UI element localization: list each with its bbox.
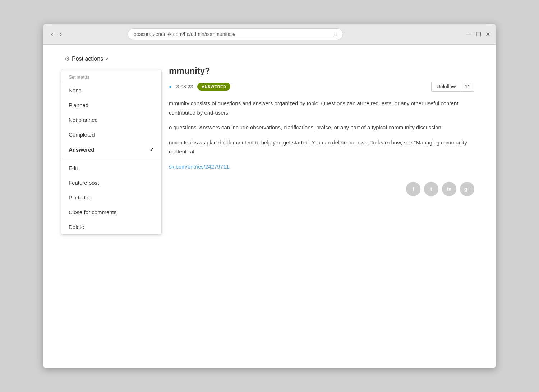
post-meta-row: ● 3 08:23 ANSWERED Unfollow 11	[169, 82, 474, 92]
action-pin-to-top[interactable]: Pin to top	[61, 190, 161, 205]
hamburger-icon: ≡	[334, 31, 337, 37]
googleplus-icon: g+	[464, 186, 470, 192]
browser-chrome: ‹ › obscura.zendesk.com/hc/admin/communi…	[43, 24, 496, 45]
post-paragraph-2: o questions. Answers can include observa…	[169, 123, 474, 132]
forward-button[interactable]: ›	[57, 30, 64, 39]
close-button[interactable]: ✕	[485, 31, 490, 38]
status-answered-label: Answered	[69, 147, 95, 153]
status-planned-label: Planned	[69, 102, 88, 108]
unfollow-button[interactable]: Unfollow	[431, 82, 461, 92]
maximize-button[interactable]: ☐	[476, 31, 481, 38]
googleplus-share-button[interactable]: g+	[460, 182, 474, 196]
back-button[interactable]: ‹	[49, 30, 55, 39]
browser-window: ‹ › obscura.zendesk.com/hc/admin/communi…	[43, 24, 496, 368]
page-content: ⚙ Post actions ∨ Set status None Planned…	[43, 45, 496, 368]
post-date: 3 08:23	[176, 84, 193, 89]
status-planned[interactable]: Planned	[61, 98, 161, 112]
url-text: obscura.zendesk.com/hc/admin/communities…	[134, 31, 235, 37]
chevron-down-icon: ∨	[105, 56, 109, 61]
dropdown-menu: Set status None Planned Not planned Comp…	[61, 70, 162, 235]
action-close-for-comments-label: Close for comments	[69, 209, 116, 215]
main-post-area: mmunity? ● 3 08:23 ANSWERED Unfollow 11 …	[169, 66, 474, 196]
social-icons-row: f t in g+	[169, 182, 474, 196]
linkedin-share-button[interactable]: in	[442, 182, 456, 196]
gear-icon: ⚙	[65, 55, 70, 62]
check-icon: ✓	[149, 146, 154, 153]
window-controls: — ☐ ✕	[466, 31, 490, 38]
divider-1	[61, 159, 161, 159]
status-completed[interactable]: Completed	[61, 127, 161, 142]
action-pin-to-top-label: Pin to top	[69, 194, 91, 200]
set-status-label: Set status	[61, 70, 161, 83]
action-delete[interactable]: Delete	[61, 220, 161, 234]
minimize-button[interactable]: —	[466, 31, 472, 38]
post-actions-label: Post actions	[72, 56, 103, 62]
nav-buttons: ‹ ›	[49, 30, 64, 39]
action-edit-label: Edit	[69, 165, 78, 171]
action-feature-post[interactable]: Feature post	[61, 175, 161, 190]
facebook-icon: f	[413, 186, 414, 192]
author-link[interactable]: ●	[169, 84, 172, 89]
action-edit[interactable]: Edit	[61, 161, 161, 175]
post-link[interactable]: sk.com/entries/24279711.	[169, 163, 231, 170]
post-paragraph-3: nmon topics as placeholder content to he…	[169, 138, 474, 156]
status-none[interactable]: None	[61, 83, 161, 98]
follower-count: 11	[461, 82, 474, 92]
address-bar[interactable]: obscura.zendesk.com/hc/admin/communities…	[128, 28, 343, 40]
status-none-label: None	[69, 87, 82, 93]
status-not-planned[interactable]: Not planned	[61, 112, 161, 127]
twitter-share-button[interactable]: t	[424, 182, 438, 196]
post-actions-trigger[interactable]: ⚙ Post actions ∨	[65, 55, 109, 62]
status-answered[interactable]: Answered ✓	[61, 142, 161, 157]
post-title: mmunity?	[169, 66, 474, 76]
action-delete-label: Delete	[69, 224, 84, 230]
action-close-for-comments[interactable]: Close for comments	[61, 205, 161, 220]
linkedin-icon: in	[447, 186, 451, 192]
status-completed-label: Completed	[69, 132, 95, 138]
post-paragraph-1: mmunity consists of questions and answer…	[169, 99, 474, 117]
post-body: mmunity consists of questions and answer…	[169, 99, 474, 171]
status-not-planned-label: Not planned	[69, 117, 98, 123]
facebook-share-button[interactable]: f	[406, 182, 420, 196]
action-feature-post-label: Feature post	[69, 180, 99, 186]
twitter-icon: t	[430, 186, 432, 192]
follow-controls: Unfollow 11	[431, 82, 474, 92]
answered-badge: ANSWERED	[197, 83, 230, 91]
